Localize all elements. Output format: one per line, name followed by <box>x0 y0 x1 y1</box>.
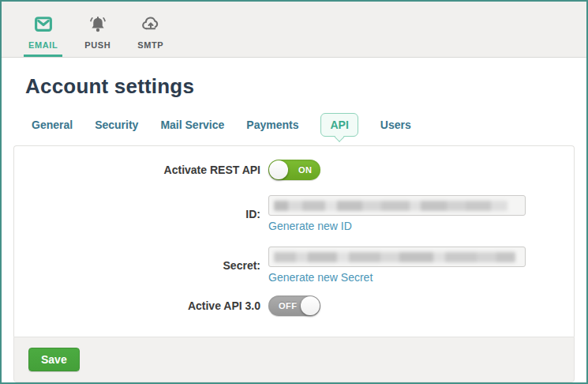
rest-api-toggle[interactable]: ON <box>268 160 320 180</box>
toggle-knob <box>301 296 320 315</box>
id-redacted-value <box>274 201 507 211</box>
bell-icon <box>88 14 108 37</box>
tab-security[interactable]: Security <box>95 119 138 131</box>
api-3-toggle[interactable]: OFF <box>268 296 320 316</box>
row-secret: Secret: Generate new Secret <box>14 247 574 284</box>
id-input[interactable] <box>268 195 526 216</box>
nav-item-smtp[interactable]: SMTP <box>133 2 168 57</box>
row-id: ID: Generate new ID <box>14 195 574 233</box>
toggle-knob <box>269 160 288 179</box>
envelope-icon <box>33 14 54 37</box>
tab-users[interactable]: Users <box>380 119 411 131</box>
generate-new-secret-link[interactable]: Generate new Secret <box>268 271 373 284</box>
settings-tabs: General Security Mail Service Payments A… <box>32 109 586 141</box>
tab-api-label: API <box>330 119 348 131</box>
generate-new-id-link[interactable]: Generate new ID <box>268 220 352 232</box>
row-active-api-3: Active API 3.0 OFF <box>14 296 574 316</box>
tab-mail-service[interactable]: Mail Service <box>160 119 224 131</box>
toggle-state-label: ON <box>298 165 313 175</box>
nav-item-email[interactable]: EMAIL <box>24 2 62 57</box>
nav-label-email: EMAIL <box>28 40 58 50</box>
page-title: Account settings <box>25 74 586 99</box>
account-settings-window: EMAIL PUSH SMTP <box>0 0 588 384</box>
secret-redacted-value <box>274 252 515 262</box>
nav-label-smtp: SMTP <box>137 40 163 50</box>
save-button[interactable]: Save <box>28 348 80 371</box>
nav-label-push: PUSH <box>84 40 110 50</box>
secret-label: Secret: <box>14 259 268 272</box>
row-activate-rest-api: Activate REST API ON <box>14 160 574 180</box>
active-tab-pointer <box>335 132 345 142</box>
tab-general[interactable]: General <box>32 119 73 131</box>
secret-input[interactable] <box>268 247 526 267</box>
toggle-state-label: OFF <box>279 301 298 311</box>
tab-api[interactable]: API <box>320 113 358 137</box>
panel-footer: Save <box>13 337 575 382</box>
tab-payments[interactable]: Payments <box>246 119 298 131</box>
api-settings-panel: Activate REST API ON ID: Generate new ID <box>13 145 575 382</box>
id-label: ID: <box>14 208 268 220</box>
api-settings-form: Activate REST API ON ID: Generate new ID <box>13 145 575 337</box>
nav-item-push[interactable]: PUSH <box>80 2 115 57</box>
channel-nav: EMAIL PUSH SMTP <box>2 2 586 58</box>
cloud-upload-icon <box>140 14 161 37</box>
activate-rest-api-label: Activate REST API <box>14 164 268 176</box>
active-api-3-label: Active API 3.0 <box>14 299 268 312</box>
